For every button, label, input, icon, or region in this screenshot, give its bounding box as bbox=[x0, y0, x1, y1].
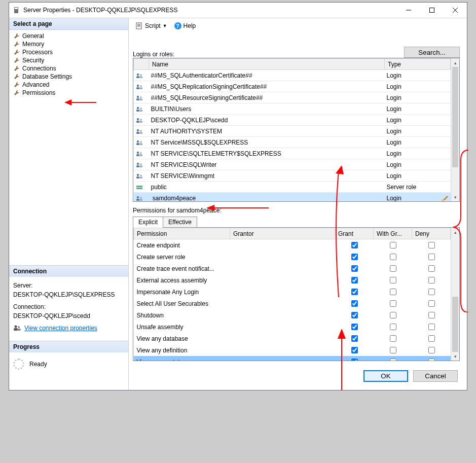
login-row[interactable]: ##MS_SQLAuthenticatorCertificate## Login bbox=[134, 70, 451, 81]
page-item-processors[interactable]: Processors bbox=[9, 48, 128, 56]
checkbox[interactable] bbox=[351, 242, 358, 248]
login-row[interactable]: public Server role bbox=[134, 182, 451, 193]
permission-row[interactable]: External access assembly bbox=[134, 274, 451, 286]
view-connection-properties-link[interactable]: View connection properties bbox=[24, 324, 97, 333]
checkbox[interactable] bbox=[351, 359, 358, 361]
col-grantor[interactable]: Grantor bbox=[230, 228, 335, 239]
help-button[interactable]: ? Help bbox=[172, 21, 198, 30]
col-name[interactable]: Name bbox=[149, 59, 385, 70]
login-row[interactable]: ##MS_SQLReplicationSigningCertificate## … bbox=[134, 81, 451, 92]
login-row[interactable]: NT SERVICE\Winmgmt Login bbox=[134, 170, 451, 182]
checkbox[interactable] bbox=[390, 312, 396, 318]
permission-row[interactable]: Create trace event notificat... bbox=[134, 263, 451, 274]
login-row[interactable]: NT SERVICE\SQLWriter Login bbox=[134, 159, 451, 170]
checkbox[interactable] bbox=[428, 347, 435, 353]
checkbox[interactable] bbox=[351, 312, 358, 318]
wrench-icon bbox=[13, 41, 20, 48]
minimize-button[interactable] bbox=[397, 3, 420, 18]
col-type[interactable]: Type bbox=[385, 59, 451, 70]
permission-row[interactable]: View server state bbox=[134, 356, 451, 361]
permission-row[interactable]: View any database bbox=[134, 333, 451, 344]
page-item-security[interactable]: Security bbox=[9, 56, 128, 64]
checkbox[interactable] bbox=[428, 359, 435, 361]
col-permission[interactable]: Permission bbox=[134, 228, 230, 239]
checkbox[interactable] bbox=[428, 265, 435, 272]
checkbox[interactable] bbox=[428, 277, 435, 283]
checkbox[interactable] bbox=[428, 300, 435, 307]
page-item-advanced[interactable]: Advanced bbox=[9, 81, 128, 89]
checkbox[interactable] bbox=[390, 335, 396, 342]
login-row[interactable]: NT Service\MSSQL$SQLEXPRESS Login bbox=[134, 137, 451, 148]
permission-row[interactable]: Create server role bbox=[134, 251, 451, 263]
tab-explicit[interactable]: Explicit bbox=[133, 217, 163, 228]
checkbox[interactable] bbox=[428, 324, 435, 330]
login-row[interactable]: NT AUTHORITY\SYSTEM Login bbox=[134, 126, 451, 137]
checkbox[interactable] bbox=[351, 335, 358, 342]
permission-row[interactable]: Select All User Securables bbox=[134, 298, 451, 309]
script-button[interactable]: Script ▼ bbox=[134, 21, 169, 30]
scroll-thumb[interactable] bbox=[452, 67, 458, 167]
checkbox[interactable] bbox=[351, 324, 358, 330]
scroll-down-icon[interactable]: ▾ bbox=[451, 352, 459, 361]
login-row[interactable]: DESKTOP-QQKLEJP\scedd Login bbox=[134, 115, 451, 126]
page-label: General bbox=[22, 32, 44, 40]
col-grant[interactable]: Grant bbox=[335, 228, 374, 239]
svg-point-36 bbox=[140, 130, 142, 132]
cancel-button[interactable]: Cancel bbox=[413, 370, 458, 382]
tab-effective[interactable]: Effective bbox=[163, 217, 197, 228]
login-row[interactable]: samdom4peace Login bbox=[134, 193, 451, 202]
page-item-database-settings[interactable]: Database Settings bbox=[9, 73, 128, 81]
permissions-scrollbar[interactable]: ▴ ▾ bbox=[451, 228, 459, 361]
permission-row[interactable]: Shutdown bbox=[134, 309, 451, 321]
checkbox[interactable] bbox=[390, 277, 396, 283]
page-item-memory[interactable]: Memory bbox=[9, 40, 128, 48]
checkbox[interactable] bbox=[390, 347, 396, 353]
login-row[interactable]: BUILTIN\Users Login bbox=[134, 103, 451, 115]
scroll-up-icon[interactable]: ▴ bbox=[451, 228, 459, 236]
checkbox[interactable] bbox=[390, 359, 396, 361]
page-item-general[interactable]: General bbox=[9, 32, 128, 40]
scroll-thumb[interactable] bbox=[452, 297, 458, 352]
search-button[interactable]: Search... bbox=[404, 47, 460, 58]
col-deny[interactable]: Deny bbox=[412, 228, 451, 239]
checkbox[interactable] bbox=[351, 265, 358, 272]
permission-row[interactable]: Create endpoint bbox=[134, 239, 451, 252]
checkbox[interactable] bbox=[390, 289, 396, 295]
svg-point-8 bbox=[18, 326, 20, 328]
permissions-for-label: Permissions for samdom4peace: bbox=[133, 207, 460, 214]
ok-button[interactable]: OK bbox=[363, 370, 408, 382]
maximize-button[interactable] bbox=[420, 3, 444, 18]
checkbox[interactable] bbox=[428, 254, 435, 260]
close-button[interactable] bbox=[444, 3, 467, 18]
permission-row[interactable]: View any definition bbox=[134, 344, 451, 356]
checkbox[interactable] bbox=[390, 324, 396, 330]
logins-scrollbar[interactable]: ▴ ▾ bbox=[451, 58, 459, 201]
connection-section: Connection Server: DESKTOP-QQKLEJP\SQLEX… bbox=[9, 265, 128, 341]
checkbox[interactable] bbox=[390, 242, 396, 248]
checkbox[interactable] bbox=[351, 347, 358, 353]
checkbox[interactable] bbox=[428, 242, 435, 248]
checkbox[interactable] bbox=[351, 300, 358, 307]
checkbox[interactable] bbox=[390, 254, 396, 260]
scroll-up-icon[interactable]: ▴ bbox=[451, 58, 459, 67]
checkbox[interactable] bbox=[351, 254, 358, 260]
edit-row-icon[interactable] bbox=[442, 195, 449, 202]
checkbox[interactable] bbox=[428, 289, 435, 295]
col-icon[interactable] bbox=[134, 59, 149, 70]
checkbox[interactable] bbox=[351, 289, 358, 295]
scroll-down-icon[interactable]: ▾ bbox=[451, 193, 459, 201]
checkbox[interactable] bbox=[390, 300, 396, 307]
page-item-permissions[interactable]: Permissions bbox=[9, 89, 128, 97]
login-row[interactable]: NT SERVICE\SQLTELEMETRY$SQLEXPRESS Login bbox=[134, 148, 451, 159]
checkbox[interactable] bbox=[428, 312, 435, 318]
checkbox[interactable] bbox=[428, 335, 435, 342]
permission-row[interactable]: Unsafe assembly bbox=[134, 321, 451, 333]
checkbox[interactable] bbox=[351, 277, 358, 283]
page-item-connections[interactable]: Connections bbox=[9, 64, 128, 73]
login-row[interactable]: ##MS_SQLResourceSigningCertificate## Log… bbox=[134, 92, 451, 103]
permission-row[interactable]: Impersonate Any Login bbox=[134, 286, 451, 298]
col-withgrant[interactable]: With Gr... bbox=[374, 228, 412, 239]
checkbox[interactable] bbox=[390, 265, 396, 272]
logins-label: Logins or roles: bbox=[133, 51, 174, 58]
row-type-cell: Login bbox=[385, 148, 451, 159]
